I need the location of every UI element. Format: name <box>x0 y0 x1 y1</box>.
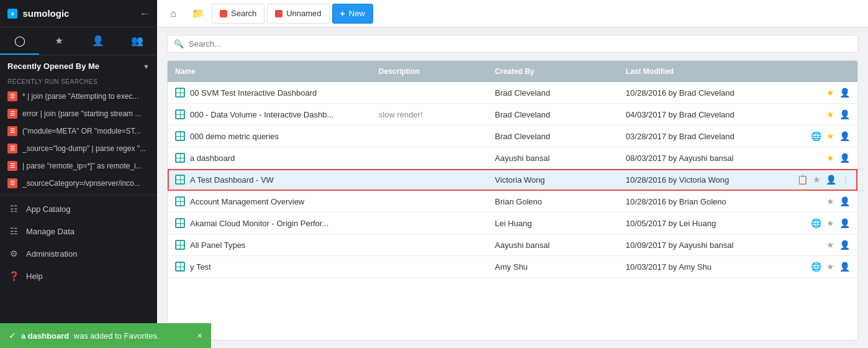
home-button[interactable]: ⌂ <box>162 2 184 25</box>
table-cell-created: Brad Cleveland <box>487 126 618 147</box>
table-cell-modified: 04/03/2017 by Brad Cleveland <box>618 104 779 126</box>
sidebar-header: + sumologic ← <box>0 0 157 27</box>
more-icon[interactable]: ⋮ <box>841 175 850 185</box>
table-cell-actions: ★👤 <box>778 104 857 126</box>
share-icon[interactable]: 👤 <box>839 218 850 228</box>
dashboard-icon <box>175 109 185 119</box>
table-row[interactable]: y TestAmy Shu10/03/2017 by Amy Shu🌐★👤 <box>168 256 857 278</box>
star-icon[interactable]: ★ <box>826 262 834 272</box>
toast-suffix-text: was added to Favorites. <box>74 331 160 341</box>
sidebar-menu-item-manage-data[interactable]: ☷Manage Data <box>0 220 157 242</box>
nav-icon-search-people[interactable]: 👤 <box>79 27 118 55</box>
col-header-name: Name <box>168 61 371 82</box>
tab-search[interactable]: Search <box>212 4 264 24</box>
globe-icon[interactable]: 🌐 <box>811 131 821 141</box>
sidebar-search-item-0[interactable]: ☰* | join (parse "Attempting to exec... <box>0 88 157 105</box>
sidebar-menu-item-administration[interactable]: ⚙Administration <box>0 242 157 265</box>
share-icon[interactable]: 👤 <box>839 262 850 272</box>
star-icon[interactable]: ★ <box>826 109 834 119</box>
sidebar-search-item-2[interactable]: ☰("module=META" OR "module=ST... <box>0 122 157 140</box>
table-cell-name: Account Management Overview <box>168 191 371 213</box>
tab-new-label: New <box>349 9 365 18</box>
toast-notification: ✓ a dashboard was added to Favorites. × <box>0 323 211 348</box>
table-cell-modified: 10/28/2016 by Brian Goleno <box>618 191 779 213</box>
back-button[interactable]: ← <box>140 8 150 19</box>
tab-unnamed[interactable]: Unnamed <box>267 4 329 24</box>
table-row[interactable]: 000 demo metric queriesBrad Cleveland03/… <box>168 126 857 147</box>
table-cell-modified: 03/28/2017 by Brad Cleveland <box>618 126 779 147</box>
menu-item-label: Administration <box>26 249 77 259</box>
star-icon[interactable]: ★ <box>826 218 834 228</box>
globe-icon[interactable]: 🌐 <box>811 262 821 272</box>
row-name-text: 00 SVM Test Interactive Dashboard <box>190 88 317 98</box>
table-row[interactable]: All Panel TypesAayushi bansal10/09/2017 … <box>168 234 857 256</box>
star-icon[interactable]: ★ <box>813 175 821 185</box>
star-icon[interactable]: ★ <box>826 240 834 250</box>
row-name-text: 000 demo metric queries <box>190 132 279 141</box>
table-row[interactable]: Akamai Cloud Monitor - Origin Perfor...L… <box>168 213 857 234</box>
table-row[interactable]: 00 SVM Test Interactive DashboardBrad Cl… <box>168 82 857 104</box>
table-cell-created: Aayushi bansal <box>487 234 618 256</box>
table-cell-modified: 10/09/2017 by Aayushi bansal <box>618 234 779 256</box>
star-icon[interactable]: ★ <box>826 131 834 141</box>
search-input[interactable] <box>189 39 851 48</box>
sidebar-search-item-1[interactable]: ☰error | join (parse "starting stream ..… <box>0 105 157 122</box>
tab-unnamed-icon <box>275 10 283 17</box>
row-name-text: 000 - Data Volume - Interactive Dashb... <box>190 110 333 119</box>
dashboards-table: Name Description Created By Last Modifie… <box>168 61 857 278</box>
table-cell-created: Brad Cleveland <box>487 104 618 126</box>
nav-icon-favorites[interactable]: ★ <box>39 27 78 55</box>
star-icon[interactable]: ★ <box>826 153 834 163</box>
plus-icon: + <box>340 9 345 19</box>
sidebar-search-item-4[interactable]: ☰| parse "remote_ip=*]" as remote_i... <box>0 157 157 175</box>
table-cell-actions: ★👤 <box>778 234 857 256</box>
copy-icon[interactable]: 📋 <box>797 175 808 185</box>
sidebar-search-item-5[interactable]: ☰_sourceCategory=/vpnserver/inco... <box>0 175 157 192</box>
row-name-text: y Test <box>190 262 211 272</box>
sidebar-menu-item-app-catalog[interactable]: ☷App Catalog <box>0 198 157 220</box>
share-icon[interactable]: 👤 <box>826 175 836 185</box>
dashboard-icon <box>175 175 185 185</box>
share-icon[interactable]: 👤 <box>839 240 850 250</box>
recently-opened-section[interactable]: Recently Opened By Me ▼ <box>0 55 157 76</box>
table-cell-modified: 10/03/2017 by Amy Shu <box>618 256 779 278</box>
share-icon[interactable]: 👤 <box>839 153 850 163</box>
star-icon[interactable]: ★ <box>826 196 834 206</box>
star-icon[interactable]: ★ <box>826 88 834 98</box>
search-item-icon: ☰ <box>7 91 17 101</box>
nav-icon-recent[interactable]: ◯ <box>0 27 39 55</box>
search-item-label: * | join (parse "Attempting to exec... <box>22 92 138 101</box>
recently-run-searches-label: RECENTLY RUN SEARCHES <box>0 76 157 88</box>
search-item-label: _source="log-dump" | parse regex "... <box>22 144 146 153</box>
sidebar-menu-item-help[interactable]: ❓Help <box>0 265 157 287</box>
share-icon[interactable]: 👤 <box>839 196 850 206</box>
table-cell-name: 000 - Data Volume - Interactive Dashb... <box>168 104 371 126</box>
table-row[interactable]: 000 - Data Volume - Interactive Dashb...… <box>168 104 857 126</box>
row-name-text: Account Management Overview <box>190 197 304 206</box>
table-cell-name: a dashboard <box>168 147 371 169</box>
share-icon[interactable]: 👤 <box>839 109 850 119</box>
search-icon: 🔍 <box>174 39 184 48</box>
menu-item-label: Help <box>26 272 43 281</box>
sidebar-search-item-3[interactable]: ☰_source="log-dump" | parse regex "... <box>0 140 157 157</box>
tab-new[interactable]: + New <box>332 4 373 24</box>
table-cell-desc <box>371 234 487 256</box>
col-header-desc: Description <box>371 61 487 82</box>
folder-button[interactable]: 📁 <box>187 2 209 25</box>
table-cell-desc <box>371 147 487 169</box>
table-row[interactable]: Account Management OverviewBrian Goleno1… <box>168 191 857 213</box>
globe-icon[interactable]: 🌐 <box>811 218 821 228</box>
table-row[interactable]: a dashboardAayushi bansal08/03/2017 by A… <box>168 147 857 169</box>
table-row[interactable]: A Test Dashboard - VWVictoria Wong10/28/… <box>168 169 857 191</box>
tab-bar: ⌂ 📁 Search Unnamed + New <box>157 0 868 27</box>
content-area: 🔍 Name Description Created By Last Modif… <box>157 27 868 348</box>
row-name-text: A Test Dashboard - VW <box>190 175 274 185</box>
nav-icon-people[interactable]: 👥 <box>118 27 157 55</box>
share-icon[interactable]: 👤 <box>839 131 850 141</box>
search-item-icon: ☰ <box>7 109 17 119</box>
menu-icon-3: ❓ <box>7 271 20 281</box>
logo-text: sumologic <box>22 8 69 19</box>
toast-close-button[interactable]: × <box>197 331 202 341</box>
search-item-label: ("module=META" OR "module=ST... <box>22 127 141 135</box>
share-icon[interactable]: 👤 <box>839 88 850 98</box>
